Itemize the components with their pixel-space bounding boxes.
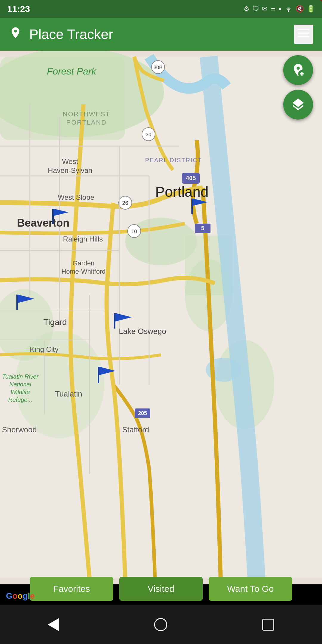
map-svg: 405 5 26 30B 30 10 205 — [0, 51, 322, 584]
svg-text:Stafford: Stafford — [122, 425, 149, 434]
svg-text:Wildlife: Wildlife — [11, 389, 30, 395]
google-g: G — [6, 591, 13, 600]
menu-button[interactable] — [294, 24, 313, 44]
svg-text:NORTHWEST: NORTHWEST — [63, 110, 110, 118]
battery-icon: 🔋 — [307, 5, 315, 13]
location-pin-icon — [9, 26, 22, 42]
svg-text:30: 30 — [146, 132, 151, 137]
svg-rect-61 — [52, 209, 54, 224]
svg-rect-69 — [98, 367, 99, 383]
wifi-icon — [284, 6, 293, 12]
google-o2: o — [18, 591, 23, 600]
google-e: e — [30, 591, 35, 600]
add-place-fab[interactable] — [283, 55, 313, 85]
map-container[interactable]: 405 5 26 30B 30 10 205 — [0, 51, 322, 584]
svg-text:405: 405 — [186, 175, 196, 181]
svg-text:West Slope: West Slope — [58, 193, 94, 201]
shield-icon: 🛡 — [253, 5, 259, 13]
google-logo: Google — [6, 591, 35, 601]
svg-text:Tualatin: Tualatin — [55, 389, 82, 398]
app-bar: Place Tracker — [0, 18, 322, 51]
home-button[interactable] — [148, 612, 173, 637]
svg-text:205: 205 — [138, 410, 147, 416]
layers-fab[interactable] — [283, 90, 313, 120]
svg-text:West: West — [62, 157, 78, 165]
svg-text:Forest Park: Forest Park — [47, 66, 97, 77]
volume-icon: 🔇 — [296, 5, 304, 13]
svg-text:PEARL DISTRICT: PEARL DISTRICT — [145, 157, 202, 163]
google-l: l — [28, 591, 30, 600]
svg-rect-63 — [191, 199, 193, 214]
svg-text:King City: King City — [30, 345, 58, 353]
recents-button[interactable] — [256, 613, 280, 637]
visited-tab[interactable]: Visited — [119, 577, 203, 601]
mail-icon: ✉ — [262, 5, 267, 13]
svg-rect-3 — [298, 36, 309, 37]
svg-text:10: 10 — [131, 229, 137, 234]
svg-text:Sherwood: Sherwood — [2, 425, 37, 434]
svg-text:5: 5 — [201, 225, 204, 231]
google-o1: o — [13, 591, 18, 600]
recents-icon — [262, 619, 274, 631]
svg-text:Tualatin River: Tualatin River — [2, 373, 39, 380]
settings-icon: ⚙ — [244, 5, 250, 13]
app-title: Place Tracker — [29, 26, 294, 42]
svg-text:Refuge...: Refuge... — [8, 397, 32, 403]
nav-bar — [0, 605, 322, 644]
svg-text:Beaverton: Beaverton — [17, 217, 69, 229]
svg-text:Tigard: Tigard — [44, 318, 67, 327]
svg-rect-1 — [298, 29, 309, 30]
svg-rect-2 — [298, 32, 309, 34]
favorites-tab[interactable]: Favorites — [30, 577, 113, 601]
svg-text:Raleigh Hills: Raleigh Hills — [63, 235, 103, 243]
dot-icon: ● — [278, 6, 281, 12]
svg-text:Portland: Portland — [155, 184, 209, 200]
back-button[interactable] — [42, 612, 65, 637]
svg-text:PORTLAND: PORTLAND — [66, 119, 106, 126]
fab-container — [283, 55, 313, 120]
status-time: 11:23 — [7, 4, 30, 14]
google-g2: g — [23, 591, 28, 600]
status-bar: 11:23 ⚙ 🛡 ✉ ▭ ● 🔇 🔋 — [0, 0, 322, 18]
home-icon — [154, 618, 167, 631]
svg-text:Haven-Sylvan: Haven-Sylvan — [48, 166, 92, 174]
back-icon — [48, 618, 59, 631]
sim-icon: ▭ — [270, 6, 275, 12]
svg-text:Lake Oswego: Lake Oswego — [119, 327, 166, 336]
svg-rect-67 — [114, 313, 115, 329]
svg-text:26: 26 — [122, 200, 128, 206]
svg-point-0 — [288, 11, 289, 12]
svg-text:Home-Whitford: Home-Whitford — [61, 268, 106, 275]
svg-text:30B: 30B — [154, 65, 162, 70]
status-icons: ⚙ 🛡 ✉ ▭ ● 🔇 🔋 — [244, 5, 315, 13]
bottom-tabs: Favorites Visited Want To Go — [0, 572, 322, 605]
want-to-go-tab[interactable]: Want To Go — [209, 577, 292, 601]
svg-text:Garden: Garden — [72, 259, 94, 267]
svg-text:National: National — [9, 381, 31, 388]
svg-rect-65 — [16, 295, 18, 310]
